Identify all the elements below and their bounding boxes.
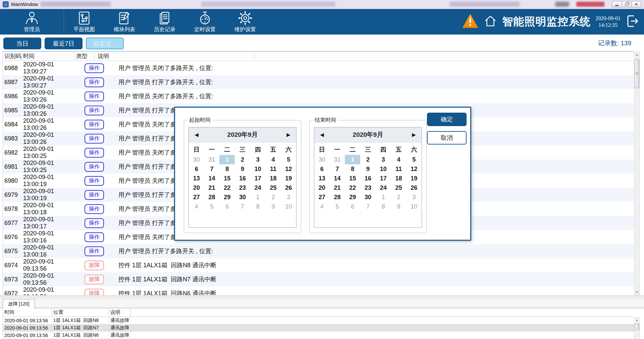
scroll-up-icon[interactable]: ▲	[634, 52, 640, 57]
calendar-day[interactable]: 2	[235, 155, 250, 164]
calendar-day[interactable]: 1	[219, 155, 235, 164]
calendar-day[interactable]: 30	[235, 192, 250, 202]
prev-month-icon[interactable]: ◀	[314, 132, 330, 138]
calendar-day[interactable]: 31	[204, 155, 220, 164]
minimize-button[interactable]	[612, 1, 622, 7]
calendar-day[interactable]: 13	[314, 174, 330, 183]
calendar-day[interactable]: 10	[250, 164, 266, 174]
calendar-day[interactable]: 9	[266, 202, 281, 211]
calendar-day[interactable]: 10	[406, 202, 422, 211]
calendar-day[interactable]: 21	[330, 183, 345, 192]
ok-button[interactable]: 确定	[427, 113, 467, 126]
calendar-day[interactable]: 4	[391, 155, 407, 164]
calendar-day[interactable]: 20	[314, 183, 330, 192]
table-row[interactable]: 69872020-09-01 13:00:27操作用户 管理员 打开了多路开关 …	[3, 75, 634, 89]
calendar-day[interactable]: 8	[250, 202, 266, 211]
scroll-down-icon[interactable]: ▼	[634, 289, 640, 295]
calendar-day[interactable]: 3	[250, 155, 266, 164]
fault-column-location[interactable]: 位置	[52, 308, 109, 317]
column-header-id[interactable]: 识别码	[3, 52, 22, 61]
calendar-day[interactable]: 19	[406, 174, 422, 183]
calendar-day[interactable]: 6	[314, 164, 330, 174]
table-row[interactable]: 69722020-09-01 09:13:56故障控件 1层 1ALX1箱 回路…	[3, 286, 634, 295]
calendar-day[interactable]: 12	[406, 164, 422, 174]
calendar-day[interactable]: 29	[219, 192, 235, 202]
calendar-day[interactable]: 15	[345, 174, 360, 183]
calendar-day[interactable]: 5	[281, 155, 296, 164]
calendar-day[interactable]: 14	[204, 174, 220, 183]
calendar-day[interactable]: 18	[391, 174, 407, 183]
filter-last7days-button[interactable]: 最近7日	[45, 38, 83, 49]
calendar-day[interactable]: 5	[406, 155, 422, 164]
warning-triangle-icon[interactable]	[462, 13, 479, 30]
calendar-day[interactable]: 5	[330, 202, 345, 211]
history-scrollbar[interactable]: ▲ ▼	[634, 52, 640, 295]
calendar-day[interactable]: 25	[266, 183, 281, 192]
calendar-day[interactable]: 1	[345, 155, 360, 164]
calendar-day[interactable]: 22	[219, 183, 235, 192]
calendar-day[interactable]: 8	[219, 164, 235, 174]
calendar-day[interactable]: 3	[281, 192, 296, 202]
table-row[interactable]: 69742020-09-01 09:13:56故障控件 1层 1ALX1箱 回路…	[3, 258, 634, 272]
cancel-button[interactable]: 取消	[427, 131, 467, 145]
calendar-day[interactable]: 9	[360, 164, 376, 174]
table-row[interactable]: 69752020-09-01 13:00:16操作用户 管理员 打开了多路开关 …	[3, 244, 634, 258]
close-button[interactable]: ×	[631, 1, 641, 7]
calendar-day[interactable]: 17	[250, 174, 266, 183]
calendar-day[interactable]: 2	[266, 192, 281, 202]
fault-row[interactable]: 2020-09-01 09:13:561层 1ALX1箱 回路N6通讯故障	[3, 332, 634, 339]
scroll-up-icon[interactable]: ▲	[634, 318, 640, 323]
calendar-day[interactable]: 11	[391, 164, 407, 174]
fault-row[interactable]: 2020-09-01 09:13:561层 1ALX1箱 回路N8通讯故障	[3, 317, 634, 324]
filter-custom-button[interactable]: 自定义...	[86, 38, 124, 49]
calendar-day[interactable]: 9	[235, 164, 250, 174]
fault-scrollbar[interactable]: ▲	[634, 317, 640, 339]
calendar-day[interactable]: 20	[189, 183, 204, 192]
next-month-icon[interactable]: ▶	[406, 132, 422, 138]
calendar-day[interactable]: 6	[345, 202, 360, 211]
calendar-day[interactable]: 30	[189, 155, 204, 164]
calendar-day[interactable]: 22	[345, 183, 360, 192]
calendar-day[interactable]: 25	[391, 183, 407, 192]
scrollbar-thumb[interactable]	[635, 324, 639, 330]
calendar-day[interactable]: 7	[360, 202, 376, 211]
calendar-day[interactable]: 23	[235, 183, 250, 192]
nav-item-admin[interactable]: 管理员	[0, 9, 64, 35]
fault-column-time[interactable]: 时间	[3, 308, 52, 317]
calendar-day[interactable]: 4	[266, 155, 281, 164]
next-month-icon[interactable]: ▶	[281, 132, 296, 138]
calendar-day[interactable]: 26	[406, 183, 422, 192]
calendar-day[interactable]: 7	[204, 164, 220, 174]
logout-icon[interactable]	[625, 14, 639, 30]
fault-column-desc[interactable]: 说明	[109, 308, 130, 317]
calendar-day[interactable]: 10	[376, 164, 391, 174]
calendar-day[interactable]: 23	[360, 183, 376, 192]
calendar-day[interactable]: 4	[189, 202, 204, 211]
calendar-day[interactable]: 6	[219, 202, 235, 211]
calendar-day[interactable]: 3	[406, 192, 422, 202]
calendar-day[interactable]: 24	[376, 183, 391, 192]
calendar-day[interactable]: 13	[189, 174, 204, 183]
calendar-day[interactable]: 30	[314, 155, 330, 164]
calendar-day[interactable]: 27	[189, 192, 204, 202]
panel-splitter[interactable]	[0, 295, 644, 298]
column-header-desc[interactable]: 说明	[94, 52, 255, 61]
nav-item-module-list[interactable]: 模块列表	[104, 9, 145, 35]
fault-row[interactable]: 2020-09-01 09:13:561层 1ALX1箱 回路N7通讯故障	[3, 324, 634, 332]
calendar-day[interactable]: 26	[281, 183, 296, 192]
calendar-day[interactable]: 4	[314, 202, 330, 211]
calendar-day[interactable]: 19	[281, 174, 296, 183]
calendar-day[interactable]: 28	[330, 192, 345, 202]
table-row[interactable]: 69732020-09-01 09:13:56故障控件 1层 1ALX1箱 回路…	[3, 272, 634, 286]
calendar-day[interactable]: 14	[330, 174, 345, 183]
scrollbar-thumb[interactable]	[635, 59, 639, 88]
calendar-day[interactable]: 1	[250, 192, 266, 202]
table-row[interactable]: 69862020-09-01 13:00:26操作用户 管理员 关闭了多路开关 …	[3, 89, 634, 103]
column-header-time[interactable]: 时间	[22, 52, 75, 61]
calendar-day[interactable]: 12	[281, 164, 296, 174]
calendar-day[interactable]: 6	[189, 164, 204, 174]
calendar-day[interactable]: 18	[266, 174, 281, 183]
nav-item-plan-view[interactable]: 平面视图	[64, 9, 104, 35]
calendar-day[interactable]: 31	[330, 155, 345, 164]
calendar-day[interactable]: 21	[204, 183, 220, 192]
